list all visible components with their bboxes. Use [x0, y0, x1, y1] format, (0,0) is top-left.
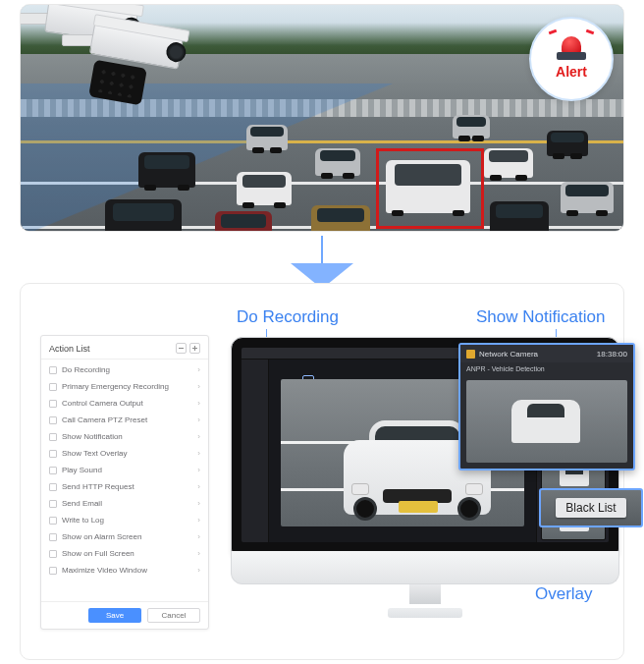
cancel-button[interactable]: Cancel	[147, 608, 200, 623]
action-list-items: Do Recording›Primary Emergency Recording…	[41, 360, 208, 579]
notification-timestamp: 18:38:00	[597, 350, 627, 359]
action-list-item[interactable]: Show Notification›	[41, 428, 208, 445]
chevron-right-icon: ›	[197, 432, 200, 441]
warning-icon	[466, 350, 475, 359]
app-left-sidebar	[242, 360, 269, 542]
text-overlay-callout: Black List	[539, 488, 643, 527]
action-list-header: Action List	[41, 336, 208, 360]
checkbox[interactable]	[49, 467, 57, 474]
alert-label: Alert	[556, 64, 587, 80]
checkbox[interactable]	[49, 500, 57, 508]
action-list-item-label: Show Text Overlay	[62, 449, 128, 458]
chevron-right-icon: ›	[197, 449, 200, 458]
action-list-item-label: Do Recording	[62, 365, 110, 374]
car-silver	[246, 125, 288, 150]
flow-arrow-down-icon	[291, 236, 353, 289]
action-list-item-label: Control Camera Output	[62, 399, 143, 408]
checkbox[interactable]	[49, 567, 57, 575]
notification-snapshot	[466, 380, 627, 463]
checkbox[interactable]	[49, 400, 57, 408]
actions-panel: Do Recording Show Notification Show Text…	[20, 283, 624, 660]
car-silver	[315, 148, 360, 176]
checkbox[interactable]	[49, 450, 57, 458]
siren-icon	[557, 34, 586, 60]
checkbox[interactable]	[49, 433, 57, 441]
action-list-item[interactable]: Send HTTP Request›	[41, 478, 208, 495]
save-button[interactable]: Save	[88, 608, 141, 623]
checkbox[interactable]	[49, 550, 57, 558]
action-list-item[interactable]: Send Email›	[41, 495, 208, 512]
action-list-item-label: Primary Emergency Recording	[62, 382, 169, 391]
anpr-cameras	[20, 4, 201, 111]
action-list-item[interactable]: Control Camera Output›	[41, 395, 208, 412]
action-list-item[interactable]: Show on Full Screen›	[41, 545, 208, 562]
chevron-right-icon: ›	[197, 382, 200, 391]
action-list-item[interactable]: Show Text Overlay›	[41, 445, 208, 462]
car-black	[138, 152, 195, 188]
notification-popup: Network Camera 18:38:00 ANPR - Vehicle D…	[458, 343, 635, 470]
action-list-item[interactable]: Do Recording›	[41, 361, 208, 378]
car-black	[105, 199, 182, 232]
chevron-right-icon: ›	[197, 549, 200, 558]
callout-show-notification: Show Notification	[476, 307, 605, 327]
action-list-item[interactable]: Play Sound›	[41, 462, 208, 478]
checkbox[interactable]	[49, 533, 57, 541]
callout-do-recording: Do Recording	[237, 307, 339, 327]
action-list-item[interactable]: Maximize Video Window›	[41, 562, 208, 579]
chevron-right-icon: ›	[197, 399, 200, 408]
checkbox[interactable]	[49, 483, 57, 491]
expand-button[interactable]	[189, 343, 200, 354]
notification-camera-name: Network Camera	[479, 350, 538, 359]
action-list-item-label: Write to Log	[62, 516, 104, 525]
action-list-item[interactable]: Call Camera PTZ Preset›	[41, 412, 208, 428]
action-list-item-label: Maximize Video Window	[62, 566, 147, 575]
action-list-title: Action List	[49, 344, 90, 354]
action-list-item-label: Play Sound	[62, 466, 102, 474]
chevron-right-icon: ›	[197, 365, 200, 374]
chevron-right-icon: ›	[197, 466, 200, 474]
detection-bounding-box	[376, 148, 484, 229]
ir-illuminator-icon	[88, 60, 147, 106]
car-black	[547, 131, 588, 156]
chevron-right-icon: ›	[197, 482, 200, 491]
action-list-dialog: Action List Do Recording›Primary Emergen…	[40, 335, 209, 630]
collapse-button[interactable]	[176, 343, 187, 354]
car-black	[490, 201, 549, 232]
action-list-item-label: Show on Alarm Screen	[62, 532, 141, 541]
checkbox[interactable]	[49, 366, 57, 374]
license-plate	[399, 501, 438, 513]
text-overlay-tag: Black List	[556, 498, 625, 518]
chevron-right-icon: ›	[197, 499, 200, 508]
chevron-right-icon: ›	[197, 516, 200, 525]
chevron-right-icon: ›	[197, 566, 200, 575]
chevron-right-icon: ›	[197, 532, 200, 541]
alert-badge: Alert	[529, 17, 614, 101]
highway-detection-image: Alert	[20, 4, 624, 232]
action-list-item[interactable]: Show on Alarm Screen›	[41, 528, 208, 545]
action-list-item[interactable]: Primary Emergency Recording›	[41, 378, 208, 395]
action-list-item-label: Send HTTP Request	[62, 482, 134, 491]
chevron-right-icon: ›	[197, 415, 200, 424]
car-silver	[453, 115, 490, 138]
car-white	[484, 148, 533, 178]
car-white	[237, 172, 292, 205]
action-list-item-label: Show on Full Screen	[62, 549, 134, 558]
action-list-item-label: Send Email	[62, 499, 102, 508]
action-list-item-label: Show Notification	[62, 432, 123, 441]
action-list-item-label: Call Camera PTZ Preset	[62, 415, 147, 424]
checkbox[interactable]	[49, 517, 57, 525]
checkbox[interactable]	[49, 383, 57, 391]
car-silver	[561, 182, 614, 213]
notification-event-text: ANPR - Vehicle Detection	[460, 362, 633, 375]
action-list-item[interactable]: Write to Log›	[41, 512, 208, 528]
car-red	[215, 211, 272, 232]
car-gold	[311, 205, 370, 232]
checkbox[interactable]	[49, 416, 57, 424]
